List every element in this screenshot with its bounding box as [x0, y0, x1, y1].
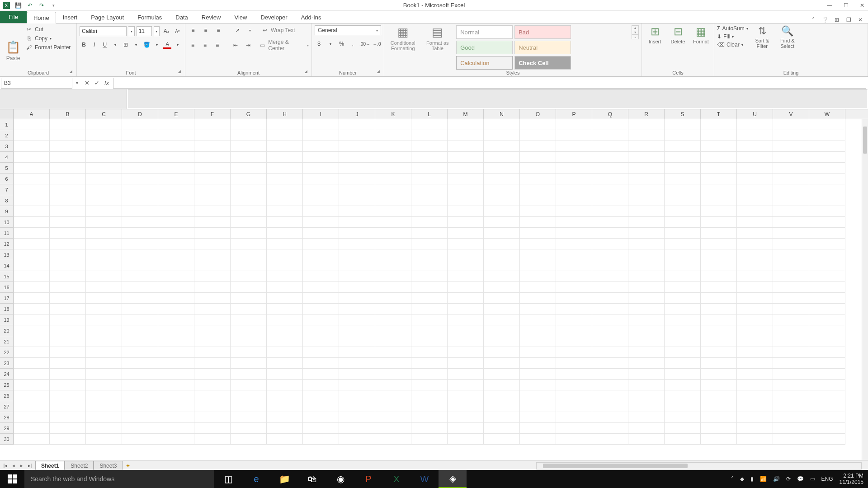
- cell[interactable]: [556, 369, 592, 380]
- cell[interactable]: [520, 174, 556, 184]
- cell[interactable]: [50, 401, 86, 412]
- cell[interactable]: [14, 423, 50, 434]
- cell[interactable]: [158, 401, 194, 412]
- cell[interactable]: [122, 314, 158, 325]
- column-header[interactable]: Q: [592, 109, 628, 119]
- cell[interactable]: [267, 390, 303, 401]
- cell[interactable]: [448, 282, 484, 293]
- cell[interactable]: [158, 347, 194, 358]
- cell[interactable]: [303, 184, 339, 195]
- cell[interactable]: [231, 152, 267, 163]
- cell[interactable]: [14, 293, 50, 304]
- cell[interactable]: [665, 271, 701, 282]
- cell[interactable]: [122, 206, 158, 217]
- cell[interactable]: [773, 412, 809, 423]
- cell[interactable]: [339, 217, 375, 228]
- cell[interactable]: [303, 239, 339, 249]
- cell[interactable]: [14, 325, 50, 336]
- cell[interactable]: [86, 206, 122, 217]
- cell[interactable]: [701, 369, 737, 380]
- cell[interactable]: [773, 152, 809, 163]
- cell[interactable]: [665, 358, 701, 369]
- cell[interactable]: [628, 184, 665, 195]
- cell[interactable]: [773, 336, 809, 347]
- cell[interactable]: [411, 282, 448, 293]
- cancel-formula-icon[interactable]: ✕: [82, 79, 91, 88]
- cell[interactable]: [303, 434, 339, 445]
- cell[interactable]: [484, 390, 520, 401]
- cell[interactable]: [556, 195, 592, 206]
- cell[interactable]: [86, 304, 122, 314]
- column-header[interactable]: I: [303, 109, 339, 119]
- cell[interactable]: [773, 401, 809, 412]
- cell[interactable]: [375, 325, 411, 336]
- accounting-format-icon[interactable]: $: [315, 39, 323, 49]
- cell[interactable]: [158, 141, 194, 152]
- cell[interactable]: [556, 239, 592, 249]
- help-icon[interactable]: ❔: [821, 17, 829, 23]
- row-header[interactable]: 11: [0, 228, 14, 239]
- cell[interactable]: [267, 369, 303, 380]
- cell[interactable]: [628, 174, 665, 184]
- row-header[interactable]: 26: [0, 390, 14, 401]
- cell[interactable]: [773, 325, 809, 336]
- start-button[interactable]: [0, 470, 24, 488]
- cell[interactable]: [158, 369, 194, 380]
- cell[interactable]: [194, 228, 231, 239]
- cell[interactable]: [809, 228, 845, 239]
- cell[interactable]: [484, 119, 520, 130]
- cell[interactable]: [50, 217, 86, 228]
- cell[interactable]: [773, 423, 809, 434]
- cell[interactable]: [411, 217, 448, 228]
- ribbon-minimize-icon[interactable]: ˄: [809, 17, 817, 23]
- cell[interactable]: [665, 325, 701, 336]
- cell[interactable]: [665, 369, 701, 380]
- cell[interactable]: [809, 347, 845, 358]
- cell[interactable]: [375, 412, 411, 423]
- cell[interactable]: [122, 390, 158, 401]
- cell[interactable]: [339, 390, 375, 401]
- cell[interactable]: [773, 249, 809, 260]
- cell[interactable]: [809, 217, 845, 228]
- cell[interactable]: [520, 228, 556, 239]
- cell[interactable]: [809, 152, 845, 163]
- cell[interactable]: [556, 152, 592, 163]
- cell[interactable]: [194, 271, 231, 282]
- cell[interactable]: [86, 336, 122, 347]
- cell[interactable]: [339, 163, 375, 174]
- cell[interactable]: [665, 174, 701, 184]
- cell[interactable]: [809, 271, 845, 282]
- cell[interactable]: [231, 325, 267, 336]
- cell[interactable]: [520, 358, 556, 369]
- cell[interactable]: [14, 174, 50, 184]
- cell[interactable]: [592, 184, 628, 195]
- cell[interactable]: [484, 423, 520, 434]
- style-check-cell[interactable]: Check Cell: [514, 56, 571, 70]
- cell[interactable]: [592, 195, 628, 206]
- cell[interactable]: [628, 358, 665, 369]
- cell[interactable]: [375, 174, 411, 184]
- fill-color-dropdown-icon[interactable]: ▾: [153, 40, 161, 50]
- column-header[interactable]: C: [86, 109, 122, 119]
- cell[interactable]: [592, 217, 628, 228]
- cell[interactable]: [14, 119, 50, 130]
- cell[interactable]: [737, 141, 773, 152]
- cell[interactable]: [267, 152, 303, 163]
- cell[interactable]: [231, 314, 267, 325]
- cell[interactable]: [665, 390, 701, 401]
- cell[interactable]: [628, 314, 665, 325]
- cell[interactable]: [448, 434, 484, 445]
- cell[interactable]: [411, 325, 448, 336]
- cell[interactable]: [484, 239, 520, 249]
- cell[interactable]: [375, 304, 411, 314]
- cell[interactable]: [158, 380, 194, 390]
- cell[interactable]: [86, 217, 122, 228]
- cell[interactable]: [231, 369, 267, 380]
- cell[interactable]: [592, 412, 628, 423]
- font-size-select[interactable]: 11: [137, 26, 152, 36]
- cell[interactable]: [86, 174, 122, 184]
- cell[interactable]: [14, 141, 50, 152]
- cell[interactable]: [86, 314, 122, 325]
- cell[interactable]: [267, 184, 303, 195]
- cell[interactable]: [14, 390, 50, 401]
